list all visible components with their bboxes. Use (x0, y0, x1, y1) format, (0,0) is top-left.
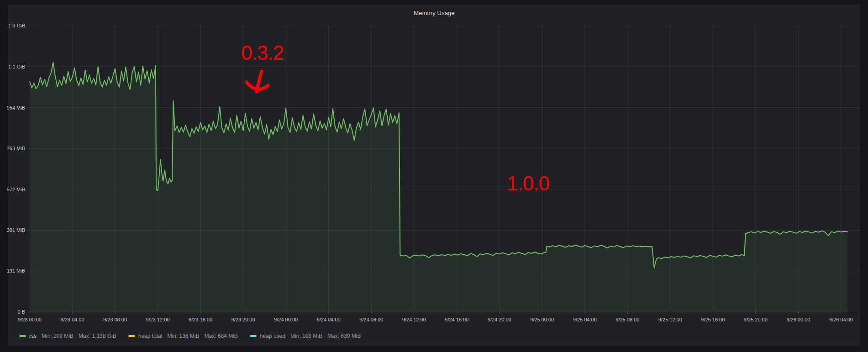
x-axis-label: 9/25 00:00 (530, 317, 554, 322)
y-axis-label: 381 MiB (7, 227, 25, 233)
x-axis-label: 9/24 08:00 (359, 317, 383, 322)
y-axis-label: 763 MiB (7, 146, 25, 151)
x-axis-label: 9/26 04:00 (829, 317, 853, 322)
x-axis-label: 9/24 12:00 (402, 317, 426, 322)
annotation-0-3-2: 0.3.2 (241, 43, 284, 63)
y-axis-label: 572 MiB (7, 187, 25, 192)
y-axis-label: 954 MiB (7, 105, 25, 110)
x-axis-label: 9/25 20:00 (744, 317, 768, 322)
rss-area-fill (30, 63, 847, 312)
x-axis-label: 9/23 20:00 (231, 317, 255, 322)
x-axis-label: 9/23 04:00 (61, 317, 84, 322)
x-axis-label: 9/25 08:00 (615, 317, 639, 322)
grafana-dashboard: Memory Usage rss Min: 209 MiB Max: 1.138… (0, 0, 868, 352)
annotation-1-0-0: 1.0.0 (507, 173, 549, 194)
y-axis-label: 191 MiB (7, 268, 25, 273)
y-axis-label: 0 B (17, 309, 25, 315)
x-axis-label: 9/24 16:00 (445, 317, 468, 322)
x-axis-label: 9/23 16:00 (189, 317, 212, 322)
x-axis-label: 9/26 00:00 (786, 317, 810, 322)
x-axis-label: 9/23 08:00 (103, 317, 127, 322)
x-axis-label: 9/24 00:00 (274, 317, 298, 322)
y-axis-label: 1.1 GiB (8, 64, 25, 69)
x-axis-label: 9/23 12:00 (146, 317, 170, 322)
memory-usage-chart[interactable]: 0 B191 MiB381 MiB572 MiB763 MiB954 MiB1.… (0, 0, 868, 352)
x-axis-label: 9/23 00:00 (18, 317, 42, 322)
x-axis-label: 9/25 04:00 (573, 317, 597, 322)
x-axis-label: 9/24 20:00 (488, 317, 511, 322)
x-axis-label: 9/25 16:00 (701, 317, 725, 322)
y-axis-label: 1.3 GiB (8, 23, 25, 28)
x-axis-label: 9/25 12:00 (658, 317, 682, 322)
x-axis-label: 9/24 04:00 (317, 317, 341, 322)
